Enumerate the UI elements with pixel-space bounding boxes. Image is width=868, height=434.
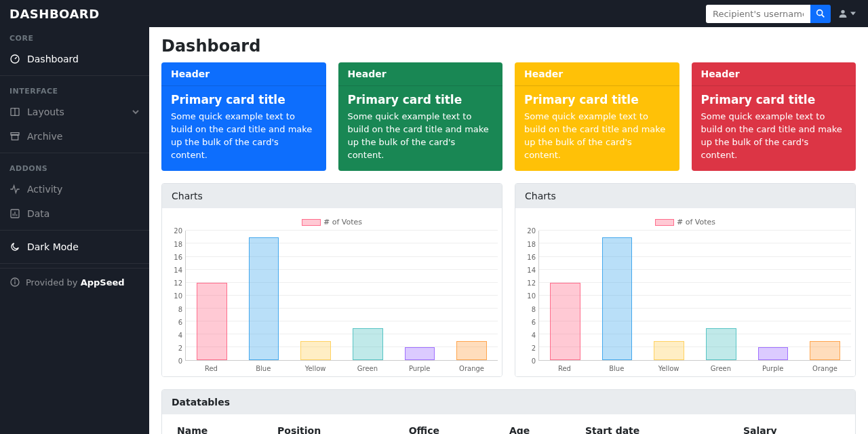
sidebar: CORE Dashboard INTERFACE Layouts Archive… bbox=[0, 27, 149, 434]
archive-icon bbox=[9, 131, 20, 142]
sidebar-item-label: Data bbox=[27, 208, 140, 219]
search-form bbox=[706, 5, 831, 23]
svg-point-0 bbox=[817, 10, 823, 16]
main-content: Dashboard Header Primary card title Some… bbox=[149, 27, 868, 434]
table-column-header[interactable]: Office bbox=[403, 418, 504, 434]
votes-bar-chart: # of Votes02468101214161820RedBlueYellow… bbox=[166, 216, 498, 372]
votes-bar-chart: # of Votes02468101214161820RedBlueYellow… bbox=[519, 216, 851, 372]
card-header: Header bbox=[161, 62, 326, 86]
chart-x-label: Red bbox=[185, 361, 237, 372]
user-icon bbox=[837, 8, 848, 19]
panel-header: Charts bbox=[515, 184, 855, 208]
table-header-row: Name Position Office Age Start date Sala… bbox=[172, 418, 846, 434]
svg-line-1 bbox=[822, 15, 825, 18]
gauge-icon bbox=[9, 54, 20, 64]
chart-bar bbox=[550, 283, 580, 361]
search-input[interactable] bbox=[706, 5, 810, 23]
card-title: Primary card title bbox=[524, 93, 670, 106]
user-menu-button[interactable] bbox=[835, 8, 859, 19]
sidebar-item-layouts[interactable]: Layouts bbox=[0, 100, 149, 124]
card-text: Some quick example text to build on the … bbox=[348, 111, 494, 161]
stat-card-success: Header Primary card title Some quick exa… bbox=[338, 62, 503, 171]
chart-bar bbox=[706, 328, 736, 361]
search-icon bbox=[815, 8, 826, 19]
chart-panel-left: Charts # of Votes02468101214161820RedBlu… bbox=[161, 183, 502, 377]
chart-bar bbox=[810, 341, 840, 361]
moon-icon bbox=[9, 241, 20, 252]
sidebar-item-label: Layouts bbox=[27, 106, 125, 117]
chart-x-label: Purple bbox=[393, 361, 446, 372]
table-column-header[interactable]: Start date bbox=[580, 418, 738, 434]
sidebar-item-data[interactable]: Data bbox=[0, 201, 149, 226]
data-table: Name Position Office Age Start date Sala… bbox=[172, 418, 846, 434]
svg-point-15 bbox=[15, 279, 16, 280]
table-column-header[interactable]: Name bbox=[172, 418, 272, 434]
chart-x-label: Yellow bbox=[643, 361, 695, 372]
chart-legend: # of Votes bbox=[166, 216, 498, 231]
card-title: Primary card title bbox=[348, 93, 494, 106]
card-text: Some quick example text to build on the … bbox=[171, 111, 317, 161]
card-title: Primary card title bbox=[701, 93, 847, 106]
card-text: Some quick example text to build on the … bbox=[524, 111, 670, 161]
caret-down-icon bbox=[850, 11, 856, 16]
panel-header: Charts bbox=[162, 184, 502, 208]
chart-x-label: Blue bbox=[591, 361, 643, 372]
chart-bar bbox=[249, 237, 279, 360]
footer-prefix: Provided by bbox=[26, 277, 81, 288]
stat-card-warning: Header Primary card title Some quick exa… bbox=[515, 62, 679, 171]
chart-x-label: Green bbox=[694, 361, 747, 372]
stat-card-primary: Header Primary card title Some quick exa… bbox=[161, 62, 326, 171]
info-icon bbox=[9, 277, 20, 288]
svg-rect-8 bbox=[12, 135, 18, 140]
chevron-down-icon bbox=[132, 108, 140, 116]
chart-legend: # of Votes bbox=[519, 216, 851, 231]
sidebar-footer: Provided by AppSeed bbox=[0, 268, 149, 296]
activity-icon bbox=[9, 184, 20, 195]
search-button[interactable] bbox=[810, 5, 831, 23]
sidebar-item-activity[interactable]: Activity bbox=[0, 177, 149, 201]
chart-bar bbox=[353, 328, 382, 361]
sidebar-item-label: Archive bbox=[27, 131, 140, 142]
chart-x-label: Orange bbox=[446, 361, 498, 372]
chart-bar bbox=[300, 341, 330, 361]
card-title: Primary card title bbox=[171, 93, 317, 106]
chart-bar bbox=[654, 341, 684, 361]
chart-bar bbox=[197, 283, 226, 361]
sidebar-item-dark-mode[interactable]: Dark Mode bbox=[0, 235, 149, 259]
chart-icon bbox=[9, 208, 20, 219]
chart-x-label: Blue bbox=[237, 361, 290, 372]
chart-x-label: Green bbox=[341, 361, 393, 372]
card-header: Header bbox=[692, 62, 856, 86]
sidebar-heading-interface: INTERFACE bbox=[0, 80, 149, 100]
sidebar-item-archive[interactable]: Archive bbox=[0, 124, 149, 149]
chart-bar bbox=[456, 341, 486, 361]
sidebar-item-dashboard[interactable]: Dashboard bbox=[0, 47, 149, 71]
table-column-header[interactable]: Position bbox=[272, 418, 403, 434]
sidebar-item-label: Dashboard bbox=[27, 54, 140, 64]
svg-line-4 bbox=[15, 57, 17, 59]
datatable-panel: Datatables Name Position Office Age Star… bbox=[161, 389, 856, 434]
chart-x-label: Orange bbox=[799, 361, 851, 372]
table-column-header[interactable]: Salary bbox=[738, 418, 846, 434]
chart-panel-right: Charts # of Votes02468101214161820RedBlu… bbox=[515, 183, 856, 377]
page-title: Dashboard bbox=[149, 27, 868, 62]
svg-point-2 bbox=[841, 10, 844, 14]
stat-card-danger: Header Primary card title Some quick exa… bbox=[692, 62, 856, 171]
chart-bar bbox=[405, 347, 435, 360]
footer-brand-link[interactable]: AppSeed bbox=[81, 277, 125, 288]
panel-header: Datatables bbox=[162, 390, 855, 414]
table-column-header[interactable]: Age bbox=[504, 418, 580, 434]
card-header: Header bbox=[338, 62, 503, 86]
sidebar-heading-addons: ADDONS bbox=[0, 157, 149, 177]
chart-bar bbox=[758, 347, 788, 360]
chart-bar bbox=[602, 237, 632, 360]
chart-x-label: Purple bbox=[747, 361, 799, 372]
columns-icon bbox=[9, 106, 20, 117]
chart-x-label: Red bbox=[538, 361, 591, 372]
sidebar-item-label: Activity bbox=[27, 184, 140, 195]
sidebar-item-label: Dark Mode bbox=[27, 241, 140, 252]
chart-x-label: Yellow bbox=[290, 361, 342, 372]
brand-title: DASHBOARD bbox=[9, 7, 100, 21]
sidebar-heading-core: CORE bbox=[0, 27, 149, 47]
card-header: Header bbox=[515, 62, 679, 86]
